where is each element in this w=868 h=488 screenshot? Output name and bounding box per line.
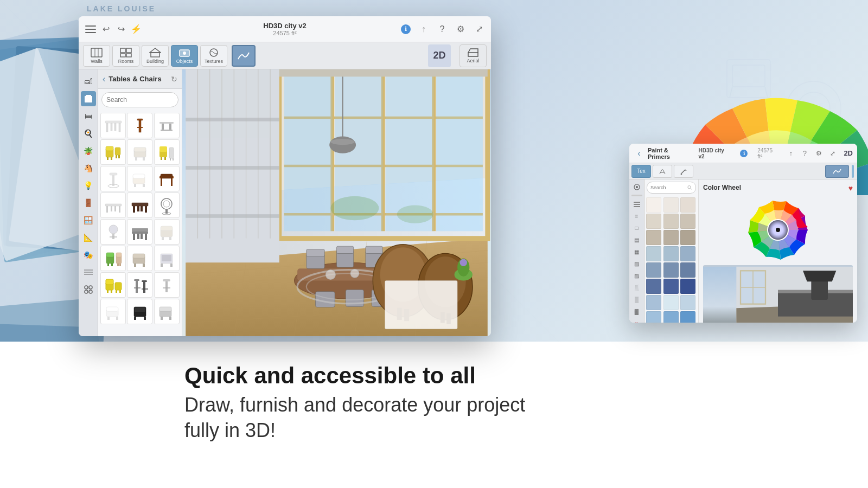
color-swatch[interactable] [663, 230, 679, 245]
color-swatch[interactable] [646, 279, 661, 294]
furniture-item[interactable] [127, 139, 152, 165]
furniture-item[interactable] [154, 113, 180, 138]
furniture-item[interactable] [127, 166, 152, 191]
redo-icon[interactable]: ↪ [116, 24, 126, 35]
furniture-item[interactable] [154, 272, 180, 298]
texture-selected[interactable] [232, 45, 256, 67]
help-icon[interactable]: ? [437, 24, 448, 35]
furniture-item[interactable] [154, 139, 180, 165]
icon-lamp[interactable]: 💡 [81, 178, 96, 193]
icon-kitchen[interactable]: 🍳 [81, 126, 96, 141]
cs-btn-11[interactable]: ▓ [631, 306, 642, 317]
undo-icon[interactable]: ↩ [100, 24, 111, 35]
color-wheel-heart[interactable]: ♥ [848, 184, 853, 192]
cs-btn-4[interactable]: □ [631, 222, 642, 233]
info-icon[interactable]: ℹ [401, 24, 411, 34]
sec-help-icon[interactable]: ? [800, 148, 810, 159]
sec-texture-preview[interactable] [825, 165, 849, 178]
icon-plant[interactable]: 🪴 [81, 143, 96, 158]
view-2d-btn[interactable]: 2D [428, 44, 451, 67]
sec-textures-btn[interactable]: Tex [631, 165, 651, 178]
furniture-item[interactable] [127, 219, 152, 245]
cs-btn-9[interactable]: ░ [631, 282, 642, 293]
walls-btn[interactable]: Walls [83, 45, 110, 67]
color-swatch[interactable] [680, 230, 695, 245]
menu-icon[interactable] [85, 25, 96, 33]
refresh-icon[interactable]: ↻ [171, 75, 177, 84]
icon-ruler[interactable]: 📐 [81, 230, 96, 245]
sec-back-btn[interactable]: ‹ [634, 148, 644, 159]
sec-paint-icon[interactable] [653, 165, 672, 178]
furniture-item[interactable] [127, 246, 152, 271]
objects-btn[interactable]: Objects [171, 45, 198, 67]
icon-horse[interactable]: 🐴 [81, 160, 96, 176]
search-bar[interactable]: ✕ [101, 92, 178, 107]
color-swatch[interactable] [646, 214, 661, 229]
furniture-item[interactable] [154, 246, 180, 271]
sec-pencil-icon[interactable] [674, 165, 693, 178]
furniture-item[interactable] [100, 166, 126, 191]
building-btn[interactable]: Building [142, 45, 169, 67]
icon-category[interactable] [81, 282, 96, 297]
cs-btn-8[interactable]: ▨ [631, 270, 642, 281]
color-swatch[interactable] [646, 311, 661, 323]
color-wheel-svg[interactable] [743, 195, 813, 265]
color-swatch[interactable] [663, 246, 679, 261]
color-swatch[interactable] [646, 295, 661, 310]
sec-expand-icon[interactable]: ⤢ [827, 148, 838, 159]
cs-btn-6[interactable]: ▦ [631, 246, 642, 257]
color-swatch[interactable] [680, 311, 695, 323]
color-swatch[interactable] [646, 262, 661, 278]
cs-heart[interactable]: ♥ [631, 318, 642, 323]
color-swatch[interactable] [646, 246, 661, 261]
icon-chair[interactable] [81, 91, 96, 106]
search-input[interactable] [106, 96, 188, 104]
icon-bed[interactable]: 🛏 [81, 108, 96, 124]
color-swatch[interactable] [680, 214, 695, 229]
textures-btn[interactable]: Textures [200, 45, 227, 67]
icon-sofa[interactable]: 🛋 [81, 74, 96, 89]
furniture-item[interactable] [127, 272, 152, 298]
furniture-item[interactable] [154, 192, 180, 218]
furniture-item[interactable] [154, 219, 180, 245]
color-swatch[interactable] [663, 214, 679, 229]
color-swatch[interactable] [663, 279, 679, 294]
color-swatch[interactable] [663, 311, 679, 323]
color-swatch[interactable] [663, 197, 679, 213]
cs-btn-7[interactable]: ▧ [631, 258, 642, 269]
aerial-btn[interactable]: Aerial [459, 44, 487, 67]
furniture-item[interactable] [100, 192, 126, 218]
icon-grid[interactable] [81, 265, 96, 280]
sec-settings-icon[interactable]: ⚙ [814, 148, 825, 159]
icon-decor[interactable]: 🎭 [81, 247, 96, 262]
furniture-item[interactable] [100, 246, 126, 271]
back-button[interactable]: ‹ [103, 74, 105, 84]
color-swatch[interactable] [663, 295, 679, 310]
color-swatch[interactable] [646, 230, 661, 245]
furniture-item[interactable] [100, 219, 126, 245]
rooms-btn[interactable]: Rooms [112, 45, 139, 67]
color-swatch[interactable] [680, 295, 695, 310]
color-swatch[interactable] [663, 262, 679, 278]
cs-btn-5[interactable]: ▤ [631, 234, 642, 245]
furniture-item[interactable] [100, 139, 126, 165]
furniture-item[interactable] [127, 192, 152, 218]
furniture-item[interactable] [154, 299, 180, 324]
share-icon[interactable]: ↑ [418, 24, 429, 35]
icon-door[interactable]: 🚪 [81, 195, 96, 210]
cs-btn-3[interactable]: ≡ [631, 210, 642, 221]
furniture-item[interactable] [100, 299, 126, 324]
color-swatch[interactable] [680, 246, 695, 261]
color-search-clear[interactable] [687, 185, 692, 190]
sync-icon[interactable]: ⚡ [131, 24, 142, 35]
cs-btn-2[interactable] [631, 198, 642, 209]
cs-btn-10[interactable]: ▒ [631, 294, 642, 305]
color-swatch[interactable] [680, 197, 695, 213]
color-swatch[interactable] [680, 262, 695, 278]
furniture-item[interactable] [127, 299, 152, 324]
settings-icon[interactable]: ⚙ [455, 24, 466, 35]
furniture-item[interactable] [154, 166, 180, 191]
icon-window-item[interactable]: 🪟 [81, 213, 96, 228]
sec-info-icon[interactable]: ℹ [740, 150, 748, 157]
color-search-bar[interactable] [647, 182, 696, 194]
